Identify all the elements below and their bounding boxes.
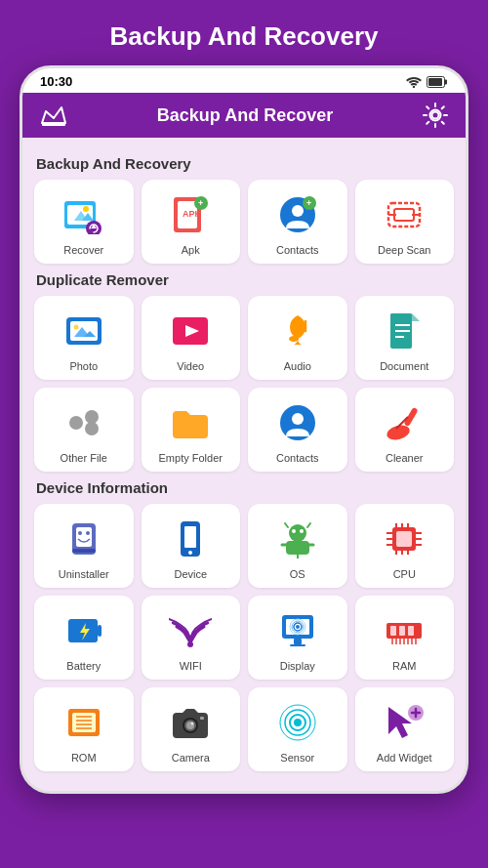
crown-icon [40,103,67,127]
grid-item-apk[interactable]: APK + Apk [142,180,241,264]
grid-item-ram[interactable]: RAM [355,596,455,680]
video-icon [169,311,212,351]
svg-point-0 [413,85,415,87]
cleaner-icon [383,403,426,442]
grid-item-display[interactable]: Display [248,596,347,680]
section-label-duplicate: Duplicate Remover [36,271,454,288]
svg-point-61 [300,529,304,533]
svg-point-21 [292,205,304,217]
time: 10:30 [40,74,72,89]
grid-item-document[interactable]: Document [355,296,455,380]
video-label: Video [177,360,204,372]
svg-text:APK: APK [183,209,202,219]
grid-item-os[interactable]: OS [248,504,347,588]
svg-marker-38 [412,313,420,321]
contacts-backup-icon: + [276,195,319,234]
svg-point-58 [188,551,192,555]
phone-frame: 10:30 Backup And Recover [20,65,468,794]
grid-item-device[interactable]: Device [142,504,241,588]
apk-icon: APK + [169,195,212,234]
settings-icon[interactable] [423,103,448,128]
audio-icon [276,311,319,351]
svg-line-63 [307,523,310,527]
grid-item-camera[interactable]: Camera [142,687,241,771]
recover-icon [62,195,105,234]
camera-icon [169,703,212,742]
grid-item-recover[interactable]: Recover [34,180,134,264]
svg-point-114 [191,723,194,725]
status-icons [406,76,448,88]
svg-point-43 [69,416,83,430]
camera-label: Camera [172,752,210,764]
svg-point-35 [289,336,299,342]
grid-item-uninstaller[interactable]: Uninstaller [34,504,134,588]
grid-item-audio[interactable]: Audio [248,296,347,380]
os-label: OS [290,568,305,580]
grid-item-contacts-dup[interactable]: Contacts [248,388,347,472]
battery-icon [62,611,105,650]
content: Backup And Recovery [22,138,466,791]
grid-item-deep-scan[interactable]: Deep Scan [355,180,455,264]
svg-rect-89 [290,644,305,646]
ram-label: RAM [392,660,416,672]
cpu-label: CPU [393,568,416,580]
battery-label: Battery [66,660,101,672]
os-icon [276,519,319,558]
apk-label: Apk [182,244,200,256]
wifi-icon [169,611,212,650]
svg-point-47 [292,413,304,425]
other-file-icon [62,403,105,442]
rom-label: ROM [71,752,97,764]
deep-scan-icon-box [381,191,427,238]
contacts-dup-label: Contacts [276,452,318,464]
grid-item-sensor[interactable]: Sensor [248,687,347,771]
uninstaller-icon [62,519,105,558]
svg-rect-69 [396,531,412,547]
svg-rect-115 [200,717,204,720]
grid-item-add-widget[interactable]: Add Widget [355,687,455,771]
svg-rect-88 [294,639,302,644]
svg-point-44 [85,410,99,424]
rom-icon [62,703,105,742]
page-title: Backup And Recovery [109,0,378,65]
grid-item-cleaner[interactable]: Cleaner [355,388,455,472]
device-icon [169,519,212,558]
apk-icon-box: APK + [167,191,214,238]
grid-item-rom[interactable]: ROM [34,687,134,771]
grid-duplicate: Photo Video [34,296,454,472]
cpu-icon [383,519,426,558]
grid-item-wifi[interactable]: WIFI [142,596,241,680]
battery-status-icon [427,76,448,88]
grid-item-contacts-backup[interactable]: + Contacts [248,180,347,264]
grid-item-cpu[interactable]: CPU [355,504,455,588]
sensor-icon [276,703,319,742]
svg-rect-95 [390,626,396,636]
add-widget-icon [383,703,426,742]
section-label-backup: Backup And Recovery [36,155,454,172]
section-label-device: Device Information [36,479,454,496]
svg-point-54 [86,531,90,535]
grid-item-photo[interactable]: Photo [34,296,134,380]
display-label: Display [280,660,315,672]
grid-item-battery[interactable]: Battery [34,596,134,680]
svg-point-45 [85,422,99,435]
document-icon [383,311,426,351]
contacts-backup-label: Contacts [276,244,318,256]
svg-rect-83 [98,625,102,637]
grid-item-other-file[interactable]: Other File [34,388,134,472]
document-label: Document [380,360,428,372]
grid-device: Uninstaller Device [34,504,454,771]
app-bar: Backup And Recover [22,93,466,138]
svg-rect-64 [286,541,309,555]
sensor-label: Sensor [280,752,314,764]
recover-icon-box [61,191,107,238]
grid-item-empty-folder[interactable]: Empty Folder [142,388,241,472]
photo-label: Photo [69,360,98,372]
svg-point-116 [294,719,302,726]
other-file-label: Other File [61,452,107,464]
status-bar: 10:30 [22,68,466,93]
grid-item-video[interactable]: Video [142,296,241,380]
cleaner-label: Cleaner [386,452,424,464]
grid-backup: Recover APK + Apk [34,180,454,264]
svg-point-85 [187,641,193,647]
